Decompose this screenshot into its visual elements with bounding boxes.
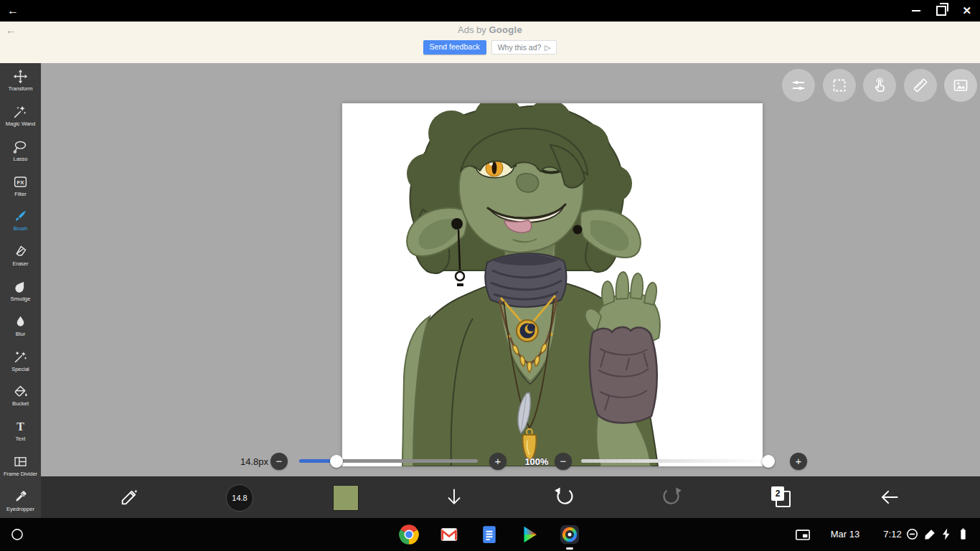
app-docs[interactable] (478, 523, 501, 546)
filter-icon: FX (13, 174, 28, 189)
tool-filter[interactable]: FX Filter (0, 168, 41, 203)
tool-eraser[interactable]: Eraser (0, 238, 41, 273)
why-this-ad-label: Why this ad? (498, 43, 542, 52)
tool-brush[interactable]: Brush (0, 203, 41, 238)
shelf-apps (397, 523, 581, 546)
shelf-clock[interactable]: 7:12 (880, 529, 905, 540)
brush-size-preview[interactable]: 14.8 (226, 484, 253, 512)
tool-lasso[interactable]: Lasso (0, 133, 41, 169)
stylus-icon[interactable] (923, 527, 937, 544)
frame-divider-icon (13, 454, 28, 469)
tool-label: Special (11, 366, 29, 372)
ibis-paint-icon (559, 524, 580, 545)
tool-sidebar: Transform Magic Wand Lasso FX Filter Bru… (0, 63, 41, 518)
app-play-store[interactable] (518, 523, 541, 546)
hand-tool-button[interactable] (863, 69, 896, 102)
selection-button[interactable] (823, 69, 856, 102)
stabilizer-button[interactable] (782, 69, 815, 102)
brush-size-badge: 14.8 (232, 494, 247, 502)
transform-icon (13, 69, 28, 84)
close-icon[interactable]: ✕ (962, 4, 971, 17)
brush-size-decrease-button[interactable]: − (270, 453, 288, 470)
opacity-slider[interactable] (581, 459, 769, 463)
shelf-date[interactable]: Mar 13 (829, 529, 862, 540)
app-ibis-paint[interactable] (558, 523, 581, 546)
title-bar: ← ✕ (0, 0, 980, 22)
brush-size-slider[interactable] (299, 459, 478, 463)
chrome-icon (398, 524, 420, 545)
canvas-quick-tools (782, 69, 977, 102)
color-swatch[interactable] (333, 485, 359, 511)
selection-icon (831, 77, 848, 94)
arrow-down-icon (444, 487, 464, 507)
ad-banner: ← Ads by Google Send feedback Why this a… (0, 22, 980, 64)
tool-magic-wand[interactable]: Magic Wand (0, 98, 41, 133)
tool-label: Blur (16, 331, 25, 337)
opacity-value: 100% (522, 456, 552, 467)
tool-label: Bucket (12, 400, 29, 407)
collapse-left-button[interactable] (879, 486, 900, 508)
battery-icon[interactable] (956, 527, 970, 544)
tool-blur[interactable]: Blur (0, 308, 41, 343)
tool-label: Transform (9, 85, 33, 92)
tool-label: Magic Wand (6, 121, 35, 127)
why-this-ad-button[interactable]: Why this ad? ▷ (491, 40, 557, 55)
redo-button[interactable] (661, 486, 683, 508)
opacity-decrease-button[interactable]: − (555, 453, 572, 470)
docs-icon (479, 524, 500, 545)
do-not-disturb-icon[interactable] (905, 527, 919, 544)
smudge-icon (13, 279, 28, 294)
app-gmail[interactable] (438, 523, 461, 546)
tool-label: Eraser (12, 260, 28, 267)
tool-label: Eyedropper (6, 506, 34, 512)
restore-icon[interactable] (936, 6, 946, 16)
eyedropper-icon (13, 489, 28, 504)
ads-by-google-label: Ads by Google (0, 24, 980, 35)
send-feedback-button[interactable]: Send feedback (423, 40, 486, 55)
charging-icon[interactable] (940, 527, 953, 544)
undo-icon (553, 486, 575, 508)
tool-label: Filter (14, 191, 27, 197)
tool-text[interactable]: T Text (0, 413, 41, 448)
eraser-icon (13, 244, 28, 259)
character-nose (517, 174, 539, 192)
tool-smudge[interactable]: Smudge (0, 273, 41, 309)
materials-button[interactable] (944, 69, 977, 102)
opacity-increase-button[interactable]: + (790, 453, 807, 470)
tool-frame-divider[interactable]: Frame Divider (0, 448, 41, 483)
lasso-icon (13, 139, 28, 154)
character-glove (590, 327, 657, 423)
special-icon (13, 349, 28, 364)
brush-settings-button[interactable] (119, 487, 139, 507)
launcher-button[interactable] (10, 527, 24, 545)
back-icon[interactable]: ← (7, 4, 19, 17)
fx-text: FX (17, 179, 24, 185)
pull-down-button[interactable] (444, 487, 464, 507)
bucket-icon (13, 384, 28, 399)
bottom-toolbar (41, 476, 980, 518)
minimize-icon[interactable] (912, 10, 920, 11)
app-chrome[interactable] (397, 523, 420, 546)
ruler-button[interactable] (904, 69, 937, 102)
launcher-icon (10, 527, 24, 542)
layers-button[interactable]: 2 (771, 486, 791, 507)
gmail-icon (438, 524, 460, 545)
tool-eyedropper[interactable]: Eyedropper (0, 483, 41, 518)
opacity-slider-thumb[interactable] (762, 455, 775, 468)
undo-button[interactable] (553, 486, 575, 508)
tool-bucket[interactable]: Bucket (0, 378, 41, 413)
tool-label: Lasso (13, 156, 27, 162)
brush-settings-icon (119, 487, 139, 507)
tool-special[interactable]: Special (0, 343, 41, 378)
arrow-left-icon (879, 486, 900, 508)
tool-label: Frame Divider (4, 471, 37, 477)
brush-size-slider-thumb[interactable] (330, 455, 343, 468)
materials-icon (952, 77, 969, 94)
screen-capture-icon[interactable] (795, 527, 811, 546)
adchoices-icon: ▷ (545, 43, 550, 52)
ads-by-text: Ads by (458, 24, 489, 35)
drawing-canvas[interactable] (342, 103, 763, 466)
layer-count-badge: 2 (771, 486, 784, 501)
tool-transform[interactable]: Transform (0, 63, 41, 98)
brush-size-increase-button[interactable]: + (489, 453, 507, 470)
